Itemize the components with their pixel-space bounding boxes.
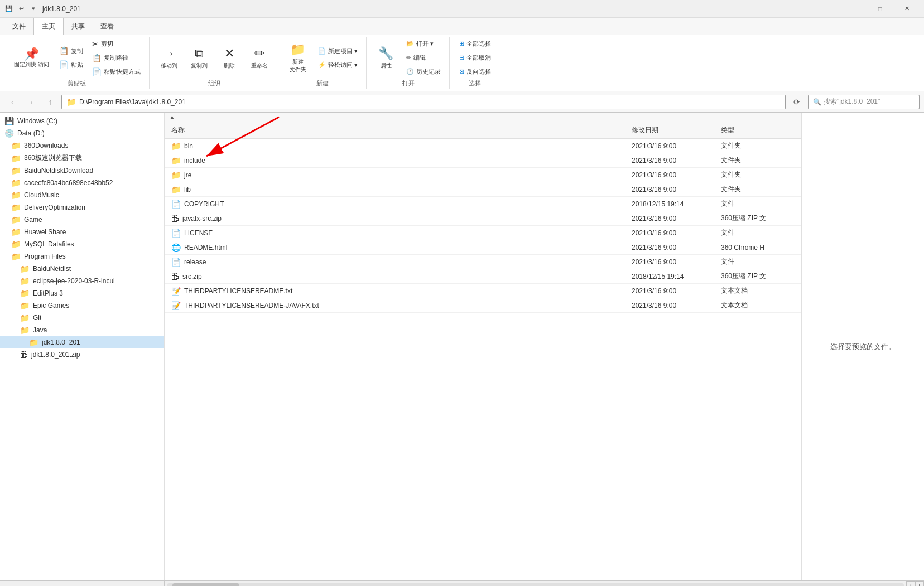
hscroll-right[interactable]: › bbox=[915, 581, 924, 587]
close-button[interactable]: ✕ bbox=[894, 0, 920, 18]
tab-home[interactable]: 主页 bbox=[33, 18, 64, 35]
copy-to-button[interactable]: ⧉ 复制到 bbox=[185, 43, 213, 72]
sidebar-item-epicgames[interactable]: 📁Epic Games bbox=[0, 299, 164, 312]
sidebar-item-cloudmusic[interactable]: 📁CloudMusic bbox=[0, 189, 164, 201]
sidebar-item-eclipse[interactable]: 📁eclipse-jee-2020-03-R-incul bbox=[0, 275, 164, 287]
sidebar-label-jdk1801: jdk1.8.0_201 bbox=[42, 338, 80, 346]
file-row[interactable]: 🌐 README.html 2021/3/16 9:00 360 Chrome … bbox=[165, 240, 801, 255]
tab-share[interactable]: 共享 bbox=[64, 18, 93, 35]
sidebar-item-huawei[interactable]: 📁Huawei Share bbox=[0, 226, 164, 238]
txt-icon: 📝 bbox=[171, 287, 181, 296]
file-row[interactable]: 📁 lib 2021/3/16 9:00 文件夹 bbox=[165, 182, 801, 197]
hscroll-left[interactable]: ‹ bbox=[906, 581, 915, 587]
sidebar-icon-huawei: 📁 bbox=[11, 227, 21, 236]
delete-button[interactable]: ✕ 删除 bbox=[215, 43, 243, 72]
back-button[interactable]: ‹ bbox=[4, 94, 20, 110]
sidebar-icon-epicgames: 📁 bbox=[20, 301, 30, 310]
address-path-box[interactable]: 📁 D:\Program Files\Java\jdk1.8.0_201 bbox=[61, 95, 786, 109]
sidebar-item-programfiles[interactable]: 📁Program Files bbox=[0, 250, 164, 263]
refresh-button[interactable]: ⟳ bbox=[789, 94, 805, 110]
sidebar-item-delivery[interactable]: 📁DeliveryOptimization bbox=[0, 201, 164, 214]
col-type[interactable]: 类型 bbox=[719, 124, 797, 136]
sidebar-item-360downloads[interactable]: 📁360Downloads bbox=[0, 139, 164, 152]
file-row[interactable]: 📁 jre 2021/3/16 9:00 文件夹 bbox=[165, 168, 801, 182]
sidebar-item-jdk1801zip[interactable]: 🗜jdk1.8.0_201.zip bbox=[0, 348, 164, 361]
paste-shortcut-icon: 📄 bbox=[92, 68, 102, 76]
sidebar-item-baidu[interactable]: 📁BaiduNetdiskDownload bbox=[0, 164, 164, 177]
file-type: 文件夹 bbox=[719, 140, 797, 152]
search-box[interactable]: 🔍 搜索"jdk1.8.0_201" bbox=[808, 95, 920, 109]
new-item-button[interactable]: 📄 新建项目 ▾ bbox=[314, 45, 362, 57]
sidebar-item-360browser[interactable]: 📁360极速浏览器下载 bbox=[0, 152, 164, 164]
sidebar-item-data-d[interactable]: 💿Data (D:) bbox=[0, 127, 164, 139]
sidebar-item-mysql[interactable]: 📁MySQL Datafiles bbox=[0, 238, 164, 250]
sidebar-icon-baidu: 📁 bbox=[11, 166, 21, 175]
hscroll-thumb[interactable] bbox=[172, 583, 239, 587]
col-date[interactable]: 修改日期 bbox=[629, 124, 719, 136]
ribbon-group-organize: → 移动到 ⧉ 复制到 ✕ 删除 bbox=[151, 37, 278, 89]
edit-button[interactable]: ✏ 编辑 bbox=[402, 51, 445, 64]
ribbon-group-new: 📁 新建文件夹 📄 新建项目 ▾ ⚡ 轻松访问 ▾ 新建 bbox=[280, 37, 367, 89]
sidebar-icon-baidunetdist: 📁 bbox=[20, 264, 30, 273]
invert-selection-icon: ⊠ bbox=[459, 68, 464, 75]
sidebar-item-baidunetdist[interactable]: 📁BaiduNetdist bbox=[0, 263, 164, 275]
file-row[interactable]: 📝 THIRDPARTYLICENSEREADME.txt 2021/3/16 … bbox=[165, 284, 801, 298]
sidebar-icon-cloudmusic: 📁 bbox=[11, 191, 21, 200]
sidebar-label-git: Git bbox=[33, 314, 41, 322]
move-to-button[interactable]: → 移动到 bbox=[155, 43, 183, 72]
history-button[interactable]: 🕐 历史记录 bbox=[402, 65, 445, 78]
sidebar-item-windows-c[interactable]: 💾Windows (C:) bbox=[0, 115, 164, 127]
file-row[interactable]: 📁 bin 2021/3/16 9:00 文件夹 bbox=[165, 139, 801, 153]
file-row[interactable]: 📝 THIRDPARTYLICENSEREADME-JAVAFX.txt 202… bbox=[165, 298, 801, 313]
search-icon: 🔍 bbox=[813, 98, 821, 106]
search-placeholder: 搜索"jdk1.8.0_201" bbox=[824, 97, 880, 106]
title-bar: 💾 ↩ ▾ jdk1.8.0_201 ─ □ ✕ bbox=[0, 0, 924, 18]
file-name-cell: 📁 bin bbox=[169, 141, 629, 152]
file-name-cell: 📁 include bbox=[169, 155, 629, 166]
sidebar-label-data-d: Data (D:) bbox=[17, 129, 45, 137]
new-folder-button[interactable]: 📁 新建文件夹 bbox=[284, 40, 312, 76]
copy-path-button[interactable]: 📋 复制路径 bbox=[88, 51, 145, 64]
copy-path-icon: 📋 bbox=[92, 54, 102, 62]
easy-access-button[interactable]: ⚡ 轻松访问 ▾ bbox=[314, 59, 362, 71]
cut-button[interactable]: ✂ 剪切 bbox=[88, 37, 145, 50]
file-row[interactable]: 📄 COPYRIGHT 2018/12/15 19:14 文件 bbox=[165, 197, 801, 211]
col-name[interactable]: 名称 bbox=[169, 124, 629, 136]
paste-button[interactable]: 📄 粘贴 bbox=[55, 59, 87, 71]
sidebar-item-cacec[interactable]: 📁cacecfc80a4bc6898ec48bb52 bbox=[0, 177, 164, 189]
sidebar-item-jdk1801[interactable]: 📁jdk1.8.0_201 bbox=[0, 336, 164, 348]
deselect-all-button[interactable]: ⊟ 全部取消 bbox=[455, 51, 495, 64]
minimize-button[interactable]: ─ bbox=[840, 0, 866, 18]
rename-button[interactable]: ✏ 重命名 bbox=[246, 43, 273, 72]
forward-button[interactable]: › bbox=[23, 94, 39, 110]
up-button[interactable]: ↑ bbox=[42, 94, 58, 110]
file-name: include bbox=[184, 157, 205, 164]
copy-icon: 📋 bbox=[59, 47, 69, 55]
invert-selection-button[interactable]: ⊠ 反向选择 bbox=[455, 65, 495, 78]
properties-button[interactable]: 🔧 属性 bbox=[372, 43, 400, 72]
open-button[interactable]: 📂 打开 ▾ bbox=[402, 37, 445, 50]
sidebar-item-game[interactable]: 📁Game bbox=[0, 214, 164, 226]
copy-button[interactable]: 📋 复制 bbox=[55, 45, 87, 57]
file-row[interactable]: 📄 release 2021/3/16 9:00 文件 bbox=[165, 255, 801, 269]
file-name-cell: 🌐 README.html bbox=[169, 242, 629, 253]
select-all-icon: ⊞ bbox=[459, 40, 464, 47]
file-row[interactable]: 📁 include 2021/3/16 9:00 文件夹 bbox=[165, 153, 801, 168]
maximize-button[interactable]: □ bbox=[867, 0, 893, 18]
sidebar-item-java[interactable]: 📁Java bbox=[0, 324, 164, 336]
pin-to-quickaccess-button[interactable]: 📌 固定到快 访问 bbox=[9, 45, 54, 71]
file-row[interactable]: 📄 LICENSE 2021/3/16 9:00 文件 bbox=[165, 226, 801, 240]
file-date: 2021/3/16 9:00 bbox=[629, 170, 719, 180]
file-row[interactable]: 🗜 src.zip 2018/12/15 19:14 360压缩 ZIP 文 bbox=[165, 269, 801, 284]
file-type: 文件 bbox=[719, 227, 797, 239]
select-all-button[interactable]: ⊞ 全部选择 bbox=[455, 37, 495, 50]
file-row[interactable]: 🗜 javafx-src.zip 2021/3/16 9:00 360压缩 ZI… bbox=[165, 211, 801, 226]
tab-view[interactable]: 查看 bbox=[93, 18, 122, 35]
file-type: 文件 bbox=[719, 256, 797, 268]
tab-file[interactable]: 文件 bbox=[4, 18, 33, 35]
sidebar-item-git[interactable]: 📁Git bbox=[0, 312, 164, 324]
hscroll-inner[interactable] bbox=[167, 583, 904, 587]
file-type: 文件夹 bbox=[719, 169, 797, 181]
paste-shortcut-button[interactable]: 📄 粘贴快捷方式 bbox=[88, 65, 145, 78]
sidebar-item-editplus[interactable]: 📁EditPlus 3 bbox=[0, 287, 164, 299]
